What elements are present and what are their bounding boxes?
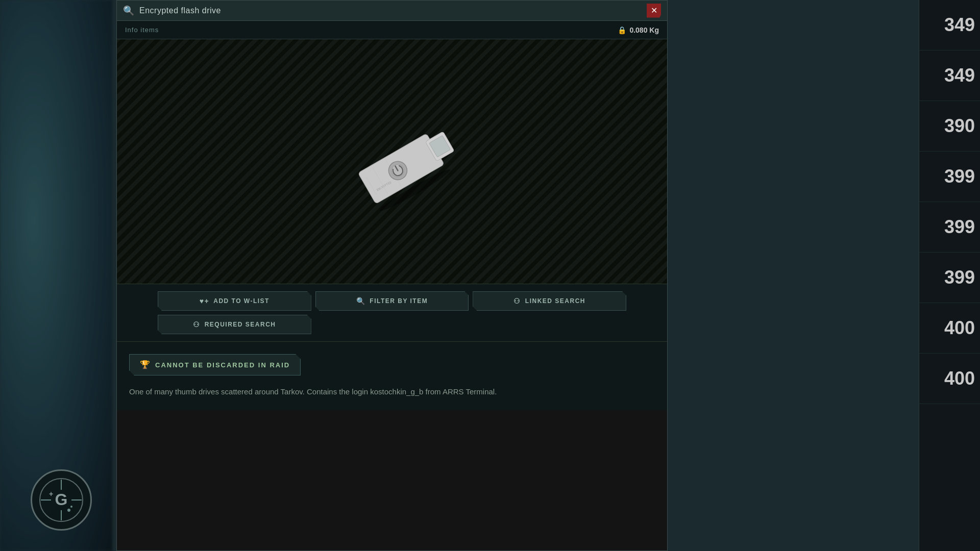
logo-svg: G + <box>38 477 84 523</box>
category-label: Info items <box>125 26 159 34</box>
weight-display: 🔒 0.080 Kg <box>618 26 659 34</box>
window-title: Encrypted flash drive <box>139 6 221 15</box>
right-numbers-panel: 349 349 390 399 399 399 400 400 <box>919 0 980 551</box>
title-bar: 🔍 Encrypted flash drive ✕ <box>117 1 667 21</box>
price-8: 400 <box>919 354 980 404</box>
action-buttons-area: ♥+ ADD TO W-LIST 🔍 FILTER BY ITEM ⚇ LINK… <box>117 284 667 342</box>
game-logo: G + <box>31 469 92 531</box>
item-description: One of many thumb drives scattered aroun… <box>129 386 589 398</box>
item-preview-area: ENCRYPTED <box>117 39 667 284</box>
cannot-discard-text: CANNOT BE DISCARDED IN RAID <box>155 361 290 369</box>
info-section: 🏆 CANNOT BE DISCARDED IN RAID One of man… <box>117 342 667 410</box>
filter-by-item-button[interactable]: 🔍 FILTER BY ITEM <box>315 291 469 311</box>
weight-value: 0.080 Kg <box>629 26 659 34</box>
flash-drive-svg: ENCRYPTED <box>341 109 472 222</box>
lock-icon: 🔒 <box>618 26 626 34</box>
filter-icon: 🔍 <box>356 297 366 305</box>
background-blur <box>0 0 112 551</box>
required-search-button[interactable]: ⚇ REQUIRED SEARCH <box>158 315 311 334</box>
logo-circle: G + <box>31 469 92 531</box>
svg-text:G: G <box>55 490 68 509</box>
title-left: 🔍 Encrypted flash drive <box>123 5 221 16</box>
svg-point-18 <box>70 506 72 508</box>
search-icon: 🔍 <box>123 5 134 16</box>
svg-point-17 <box>67 509 70 512</box>
add-to-wishlist-button[interactable]: ♥+ ADD TO W-LIST <box>158 291 311 311</box>
heart-plus-icon: ♥+ <box>200 297 210 305</box>
close-button[interactable]: ✕ <box>647 4 661 18</box>
price-5: 399 <box>919 202 980 253</box>
link-icon: ⚇ <box>513 297 521 305</box>
sub-header: Info items 🔒 0.080 Kg <box>117 21 667 39</box>
item-3d-view: ENCRYPTED <box>341 109 473 224</box>
svg-text:+: + <box>49 490 53 498</box>
required-icon: ⚇ <box>193 320 201 329</box>
linked-search-button[interactable]: ⚇ LINKED SEARCH <box>473 291 626 311</box>
price-6: 399 <box>919 253 980 303</box>
item-window: 🔍 Encrypted flash drive ✕ Info items 🔒 0… <box>116 0 668 551</box>
price-7: 400 <box>919 303 980 354</box>
cannot-discard-badge: 🏆 CANNOT BE DISCARDED IN RAID <box>129 354 301 375</box>
price-4: 399 <box>919 152 980 202</box>
trophy-icon: 🏆 <box>140 360 150 370</box>
price-3: 390 <box>919 101 980 152</box>
price-2: 349 <box>919 51 980 101</box>
price-1: 349 <box>919 0 980 51</box>
